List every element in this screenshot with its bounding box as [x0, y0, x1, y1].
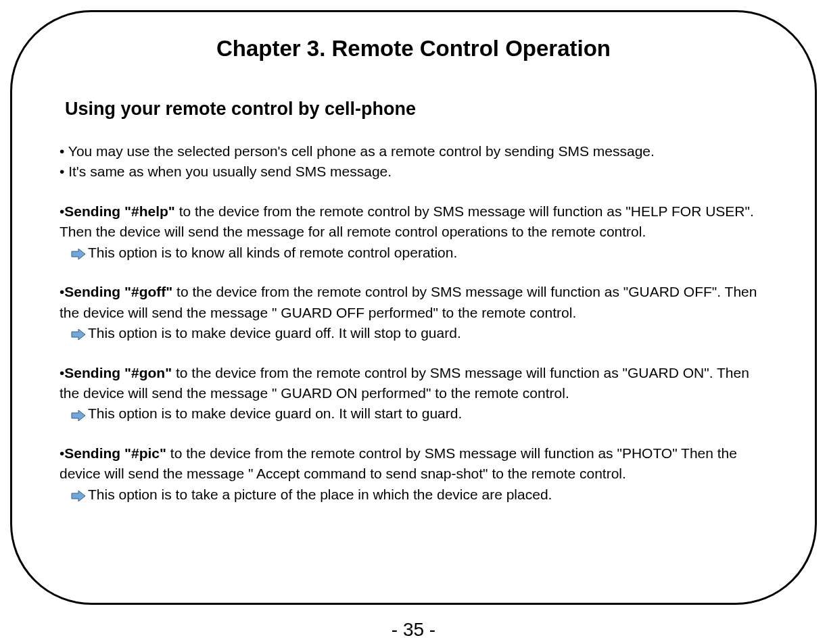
command-pic-label: Sending "#pic" — [64, 445, 166, 461]
command-pic: •Sending "#pic" to the device from the r… — [60, 443, 767, 505]
command-help: •Sending "#help" to the device from the … — [60, 201, 767, 263]
command-goff: •Sending "#goff" to the device from the … — [60, 282, 767, 343]
command-pic-note-text: This option is to take a picture of the … — [88, 485, 552, 505]
page-number: - 35 - — [0, 619, 827, 641]
command-pic-note: This option is to take a picture of the … — [70, 485, 767, 505]
arrow-right-icon — [70, 246, 87, 259]
arrow-right-icon — [70, 326, 87, 340]
command-gon-text: •Sending "#gon" to the device from the r… — [60, 363, 767, 404]
section-title: Using your remote control by cell-phone — [65, 99, 767, 120]
command-gon: •Sending "#gon" to the device from the r… — [60, 363, 767, 424]
page-frame: Chapter 3. Remote Control Operation Usin… — [10, 10, 817, 605]
command-goff-note-text: This option is to make device guard off.… — [88, 323, 461, 343]
intro-line-1: • You may use the selected person's cell… — [60, 141, 767, 162]
arrow-right-icon — [70, 488, 87, 501]
chapter-title: Chapter 3. Remote Control Operation — [60, 36, 767, 61]
command-goff-note: This option is to make device guard off.… — [70, 323, 767, 343]
content-area: • You may use the selected person's cell… — [60, 141, 767, 505]
command-gon-label: Sending "#gon" — [64, 365, 172, 380]
command-help-note-text: This option is to know all kinds of remo… — [88, 243, 457, 263]
command-gon-note-text: This option is to make device guard on. … — [88, 403, 462, 424]
intro-block: • You may use the selected person's cell… — [60, 141, 767, 182]
command-help-note: This option is to know all kinds of remo… — [70, 243, 767, 263]
command-gon-note: This option is to make device guard on. … — [70, 403, 767, 424]
command-help-text: •Sending "#help" to the device from the … — [60, 201, 767, 243]
command-help-label: Sending "#help" — [64, 203, 174, 219]
command-goff-label: Sending "#goff" — [64, 284, 172, 299]
command-goff-text: •Sending "#goff" to the device from the … — [60, 282, 767, 323]
arrow-right-icon — [70, 407, 87, 421]
command-pic-text: •Sending "#pic" to the device from the r… — [60, 443, 767, 485]
intro-line-2: • It's same as when you usually send SMS… — [60, 162, 767, 182]
